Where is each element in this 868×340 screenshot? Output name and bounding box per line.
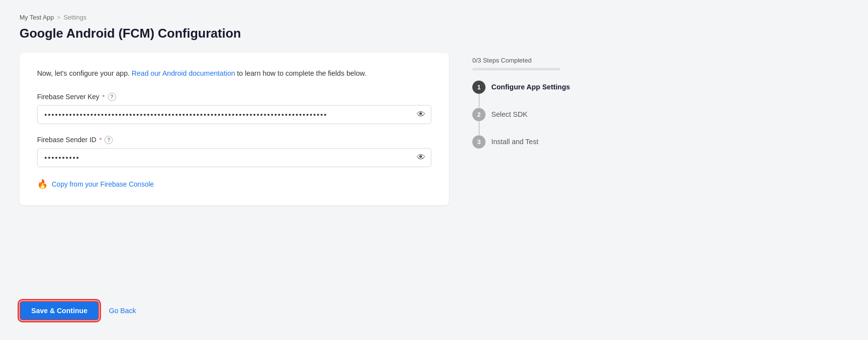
go-back-link[interactable]: Go Back <box>109 307 136 315</box>
required-star-key: * <box>102 93 105 101</box>
step-label-3: Install and Test <box>491 135 538 147</box>
form-card: Now, let's configure your app. Read our … <box>20 53 449 205</box>
step-number-3: 3 <box>472 135 485 149</box>
required-star-id: * <box>99 136 101 144</box>
step-item-3: 3 Install and Test <box>472 135 580 149</box>
step-item-1: 1 Configure App Settings <box>472 80 580 94</box>
firebase-sender-id-input[interactable] <box>37 148 431 167</box>
progress-bar-track <box>472 68 560 70</box>
android-docs-link[interactable]: Read our Android documentation <box>132 69 235 77</box>
step-item-2: 2 Select SDK <box>472 107 580 121</box>
footer-actions: Save & Continue Go Back <box>20 301 848 320</box>
flame-icon: 🔥 <box>37 179 48 190</box>
form-intro: Now, let's configure your app. Read our … <box>37 68 431 79</box>
steps-progress-label: 0/3 Steps Completed <box>472 57 580 64</box>
firebase-server-key-label: Firebase Server Key * ? <box>37 93 431 101</box>
steps-sidebar: 0/3 Steps Completed 1 Configure App Sett… <box>472 53 580 149</box>
breadcrumb-app[interactable]: My Test App <box>20 14 54 21</box>
firebase-console-link[interactable]: 🔥 Copy from your Firebase Console <box>37 179 431 190</box>
breadcrumb-section: Settings <box>63 14 86 21</box>
step-number-1: 1 <box>472 81 485 94</box>
intro-suffix: to learn how to complete the fields belo… <box>237 69 366 77</box>
firebase-sender-id-group: Firebase Sender ID * ? 👁 <box>37 136 431 167</box>
firebase-console-label: Copy from your Firebase Console <box>52 180 154 188</box>
main-content: Now, let's configure your app. Read our … <box>20 53 848 287</box>
page-wrapper: My Test App > Settings Google Android (F… <box>0 0 868 340</box>
breadcrumb-separator: > <box>57 14 61 21</box>
eye-icon-id[interactable]: 👁 <box>417 152 425 163</box>
help-icon-id[interactable]: ? <box>104 136 113 144</box>
firebase-server-key-input-wrapper: 👁 <box>37 105 431 124</box>
step-label-1: Configure App Settings <box>491 80 570 92</box>
firebase-server-key-group: Firebase Server Key * ? 👁 <box>37 93 431 124</box>
intro-text: Now, let's configure your app. <box>37 69 130 77</box>
step-number-2: 2 <box>472 108 485 121</box>
step-spacer-1 <box>472 94 580 107</box>
help-icon-key[interactable]: ? <box>108 93 116 101</box>
breadcrumb: My Test App > Settings <box>20 14 848 21</box>
firebase-sender-id-label: Firebase Sender ID * ? <box>37 136 431 144</box>
step-spacer-2 <box>472 121 580 135</box>
firebase-sender-id-input-wrapper: 👁 <box>37 148 431 167</box>
eye-icon-key[interactable]: 👁 <box>417 109 425 120</box>
save-continue-button[interactable]: Save & Continue <box>20 301 99 320</box>
firebase-server-key-input[interactable] <box>37 105 431 124</box>
step-list: 1 Configure App Settings 2 Select SDK <box>472 80 580 149</box>
page-title: Google Android (FCM) Configuration <box>20 26 848 41</box>
step-label-2: Select SDK <box>491 107 527 119</box>
